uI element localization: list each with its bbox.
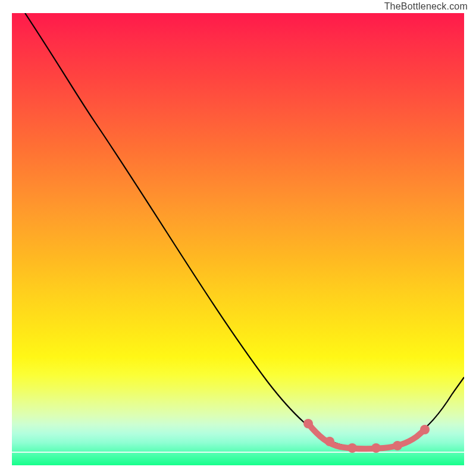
- valley-marker-line: [308, 424, 425, 449]
- valley-marker-dot: [371, 443, 381, 453]
- valley-marker-dot: [393, 441, 402, 450]
- valley-marker-dot: [420, 425, 430, 434]
- valley-marker-dot: [303, 419, 313, 428]
- bottleneck-curve: [25, 13, 464, 448]
- valley-marker-dot: [347, 443, 357, 453]
- valley-marker-dot: [325, 437, 334, 446]
- chart-container: TheBottleneck.com: [0, 0, 476, 476]
- attribution-text: TheBottleneck.com: [384, 1, 468, 12]
- curve-overlay: [12, 13, 464, 465]
